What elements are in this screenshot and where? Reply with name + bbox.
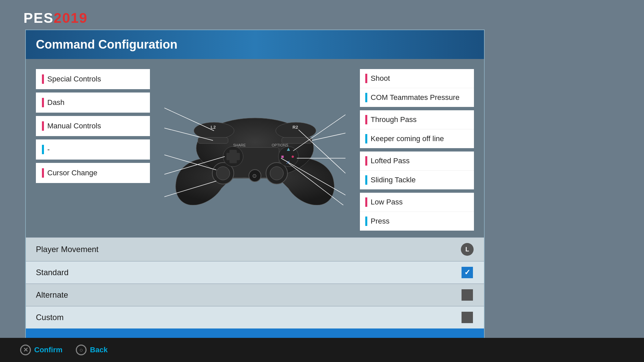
checkbox-standard[interactable] xyxy=(462,267,473,278)
logo-year: 2019 xyxy=(54,10,88,26)
indicator-blue xyxy=(365,217,367,226)
label-cursor-change[interactable]: Cursor Change xyxy=(36,163,150,183)
alternate-value xyxy=(461,289,474,301)
controller-center: SHARE OPTIONS ⊙ xyxy=(150,66,360,231)
table-row-custom[interactable]: Custom xyxy=(26,306,484,328)
label-special-controls[interactable]: Special Controls xyxy=(36,69,150,89)
svg-text:L2: L2 xyxy=(211,125,216,130)
left-labels: Special Controls Dash Manual Controls - … xyxy=(36,66,150,231)
player-movement-label: Player Movement xyxy=(36,245,99,254)
player-movement-value: L xyxy=(461,243,474,256)
right-item-lofted-pass[interactable]: Lofted Pass xyxy=(360,152,474,171)
svg-point-11 xyxy=(270,167,283,180)
confirm-button[interactable]: ✕ Confirm xyxy=(20,345,62,355)
right-item-low-pass[interactable]: Low Pass xyxy=(360,193,474,212)
indicator-blue xyxy=(365,93,367,102)
table-section: Player Movement L Standard Alternate Cus… xyxy=(26,237,484,328)
checkbox-custom[interactable] xyxy=(462,312,473,323)
svg-text:⊙: ⊙ xyxy=(252,173,257,179)
sliding-tackle-text: Sliding Tackle xyxy=(371,176,416,184)
confirm-label: Confirm xyxy=(34,346,62,354)
indicator-pink xyxy=(365,197,367,207)
com-text: COM Teammates Pressure xyxy=(371,93,460,102)
right-item-shoot[interactable]: Shoot xyxy=(360,69,474,88)
indicator-blue xyxy=(365,175,367,185)
svg-rect-4 xyxy=(282,137,312,143)
dash-text: Dash xyxy=(47,98,64,107)
main-dialog: Command Configuration Special Controls D… xyxy=(25,29,485,358)
checkbox-alternate[interactable] xyxy=(462,289,473,301)
indicator-pink xyxy=(42,98,44,107)
dialog-content: Special Controls Dash Manual Controls - … xyxy=(26,59,484,237)
indicator-blue xyxy=(42,145,44,154)
bottom-bar: ✕ Confirm ○ Back xyxy=(0,338,644,362)
right-group-2: Through Pass Keeper coming off line xyxy=(360,110,474,148)
table-row-alternate[interactable]: Alternate xyxy=(26,284,484,306)
svg-text:R2: R2 xyxy=(292,125,298,130)
back-label: Back xyxy=(90,346,108,354)
dialog-header: Command Configuration xyxy=(26,30,484,59)
lofted-pass-text: Lofted Pass xyxy=(371,157,410,165)
special-controls-text: Special Controls xyxy=(47,75,101,83)
svg-line-24 xyxy=(164,108,214,131)
indicator-pink xyxy=(365,115,367,124)
indicator-pink xyxy=(365,74,367,83)
keeper-text: Keeper coming off line xyxy=(371,134,444,143)
logo: PES 2019 xyxy=(23,10,88,26)
right-labels: Shoot COM Teammates Pressure Through Pas… xyxy=(360,66,474,231)
dash-sub-text: - xyxy=(47,145,50,154)
custom-value xyxy=(461,312,474,323)
indicator-pink xyxy=(42,168,44,178)
standard-label: Standard xyxy=(36,268,68,277)
label-dash[interactable]: Dash xyxy=(36,93,150,113)
table-row-standard[interactable]: Standard xyxy=(26,261,484,284)
dialog-title: Command Configuration xyxy=(36,38,177,51)
svg-point-9 xyxy=(216,167,230,180)
standard-value xyxy=(461,267,474,278)
right-item-com[interactable]: COM Teammates Pressure xyxy=(360,88,474,107)
l-circle: L xyxy=(461,243,474,256)
x-icon: ✕ xyxy=(20,345,31,355)
table-row-player-movement: Player Movement L xyxy=(26,237,484,261)
back-button[interactable]: ○ Back xyxy=(76,345,108,355)
label-dash-sub[interactable]: - xyxy=(36,139,150,160)
custom-label: Custom xyxy=(36,313,64,322)
svg-text:▲: ▲ xyxy=(286,146,291,152)
o-icon: ○ xyxy=(76,345,87,355)
svg-text:●: ● xyxy=(291,154,294,159)
right-group-3: Lofted Pass Sliding Tackle xyxy=(360,152,474,189)
alternate-label: Alternate xyxy=(36,290,68,300)
low-pass-text: Low Pass xyxy=(371,198,402,206)
cursor-change-text: Cursor Change xyxy=(47,169,97,177)
right-item-keeper[interactable]: Keeper coming off line xyxy=(360,129,474,148)
through-pass-text: Through Pass xyxy=(371,115,417,124)
logo-pes: PES xyxy=(23,10,54,26)
indicator-pink xyxy=(42,121,44,131)
manual-controls-text: Manual Controls xyxy=(47,122,101,130)
right-item-through-pass[interactable]: Through Pass xyxy=(360,110,474,129)
right-item-sliding-tackle[interactable]: Sliding Tackle xyxy=(360,171,474,189)
press-text: Press xyxy=(371,217,389,226)
controller-area: Special Controls Dash Manual Controls - … xyxy=(36,66,474,231)
indicator-blue xyxy=(365,134,367,143)
controller-svg: SHARE OPTIONS ⊙ xyxy=(164,91,345,205)
label-manual-controls[interactable]: Manual Controls xyxy=(36,116,150,136)
indicator-pink xyxy=(42,74,44,84)
right-group-1: Shoot COM Teammates Pressure xyxy=(360,69,474,107)
right-item-press[interactable]: Press xyxy=(360,212,474,231)
svg-rect-14 xyxy=(226,153,240,160)
right-group-4: Low Pass Press xyxy=(360,193,474,231)
shoot-text: Shoot xyxy=(371,74,390,83)
indicator-pink xyxy=(365,156,367,166)
